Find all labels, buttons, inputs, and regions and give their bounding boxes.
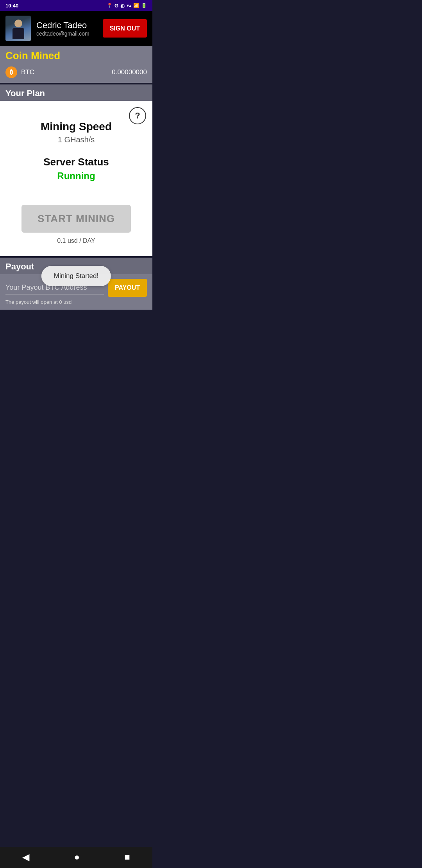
coin-mined-section: Coin Mined ₿ BTC 0.00000000 (0, 46, 152, 83)
location-icon: 📍 (107, 3, 113, 8)
user-name: Cedric Tadeo (36, 20, 97, 30)
coin-mined-title: Coin Mined (5, 50, 147, 62)
mining-speed-label: Mining Speed (8, 120, 145, 133)
plan-card: ? Mining Speed 1 GHash/s Server Status R… (0, 101, 152, 256)
p-icon: ◐ (120, 3, 125, 9)
coin-name: BTC (21, 68, 34, 76)
payout-note: The payout will open at 0 usd (5, 299, 147, 305)
rate-text: 0.1 usd / DAY (8, 237, 145, 244)
coin-amount: 0.00000000 (112, 68, 147, 76)
server-status-value: Running (8, 170, 145, 181)
payout-button[interactable]: PAYOUT (108, 279, 147, 297)
wifi-icon: ▾▴ (127, 3, 131, 8)
header: Cedric Tadeo cedtadeo@gmail.com SIGN OUT (0, 11, 152, 46)
user-info: Cedric Tadeo cedtadeo@gmail.com (36, 20, 97, 37)
battery-icon: 🔋 (141, 3, 147, 8)
your-plan-title: Your Plan (5, 88, 147, 99)
mining-speed-value: 1 GHash/s (8, 135, 145, 144)
status-time: 10:40 (5, 3, 18, 9)
coin-left: ₿ BTC (5, 66, 34, 78)
signal-icon: 📶 (133, 3, 139, 8)
server-status-label: Server Status (8, 156, 145, 168)
sign-out-button[interactable]: SIGN OUT (103, 19, 147, 38)
coin-row: ₿ BTC 0.00000000 (5, 65, 147, 80)
status-icons: 📍 G ◐ ▾▴ 📶 🔋 (107, 3, 147, 9)
your-plan-section: Your Plan (0, 84, 152, 101)
start-mining-button[interactable]: START MINING (21, 205, 131, 233)
user-email: cedtadeo@gmail.com (36, 30, 97, 37)
google-icon: G (114, 3, 118, 9)
help-button[interactable]: ? (129, 107, 146, 124)
btc-icon: ₿ (5, 66, 17, 78)
toast-message: Mining Started! (41, 266, 111, 286)
avatar (5, 16, 31, 41)
status-bar: 10:40 📍 G ◐ ▾▴ 📶 🔋 (0, 0, 152, 11)
